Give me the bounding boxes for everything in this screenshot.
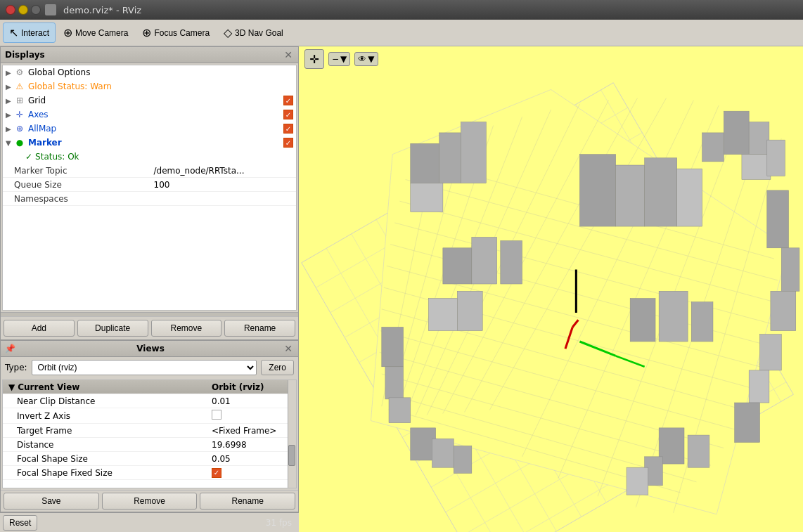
allmap-checkbox[interactable] [283,124,293,134]
svg-rect-74 [385,367,404,399]
svg-rect-81 [472,237,497,284]
svg-rect-94 [691,302,713,342]
fps-label: 31 fps [262,516,296,530]
current-view-table: ▼ Current View Orbit (rviz) Near Clip Di… [2,379,297,488]
marker-icon: ● [14,137,25,148]
distance-value[interactable]: 19.6998 [209,439,293,450]
marker-status-label: Status: Ok [35,152,79,162]
current-view-expand: ▼ [8,382,15,392]
grid-checkbox[interactable] [283,96,293,105]
invert-z-value[interactable] [209,409,293,422]
remove-view-button[interactable]: Remove [102,493,198,510]
distance-row: Distance 19.6998 [3,438,296,452]
eye-dropdown[interactable]: 👁 ▼ [354,52,378,66]
add-viewport-button[interactable]: ✛ [304,49,324,69]
svg-rect-93 [659,291,688,342]
global-options-label: Global Options [28,67,293,77]
global-status-icon: ⚠ [14,81,25,92]
global-options-item[interactable]: ▶ ⚙ Global Options [3,65,296,79]
allmap-icon: ⊕ [14,123,25,134]
add-icon: ✛ [309,53,319,66]
save-button[interactable]: Save [4,493,99,510]
queue-size-label: Queue Size [14,180,154,190]
axes-item[interactable]: ▶ ✛ Axes [3,108,296,122]
remove-display-button[interactable]: Remove [151,320,222,337]
svg-rect-78 [645,158,677,226]
minus-dropdown[interactable]: − ▼ [328,52,350,66]
marker-status-item[interactable]: ✓ Status: Ok [3,150,296,164]
global-options-icon: ⚙ [14,67,25,78]
app-icon [45,4,56,15]
global-status-label: Global Status: Warn [28,82,293,91]
near-clip-value[interactable]: 0.01 [209,396,293,407]
svg-rect-65 [461,122,486,183]
invert-z-label: Invert Z Axis [14,410,209,422]
axes-checkbox[interactable] [283,110,293,119]
near-clip-label: Near Clip Distance [14,396,209,407]
displays-title: Displays [5,50,45,60]
svg-rect-84 [457,291,482,330]
maximize-button[interactable] [31,5,41,15]
invert-z-row: Invert Z Axis [3,408,296,424]
close-button[interactable] [6,5,15,15]
target-frame-row: Target Frame <Fixed Frame> [3,424,296,438]
current-view-label: Current View [18,382,79,392]
displays-close-button[interactable]: ✕ [283,49,294,60]
allmap-label: AllMap [28,124,283,134]
views-buttons: Save Remove Rename [1,490,298,512]
window-controls[interactable] [6,5,41,15]
type-select[interactable]: Orbit (rviz) [32,360,257,375]
interact-label: Interact [21,28,49,38]
3d-viewport[interactable]: ✛ − ▼ 👁 ▼ ◀ ▶ [299,46,803,532]
type-label: Type: [5,363,27,372]
nav-goal-button[interactable]: ◇ 3D Nav Goal [217,22,290,43]
svg-rect-76 [579,155,615,226]
target-frame-value[interactable]: <Fixed Frame> [209,425,293,436]
grid-item[interactable]: ▶ ⊞ Grid [3,93,296,108]
zero-button[interactable]: Zero [261,360,294,375]
rename-display-button[interactable]: Rename [224,320,295,337]
duplicate-button[interactable]: Duplicate [77,320,148,337]
svg-rect-82 [501,241,522,284]
move-camera-button[interactable]: ⊕ Move Camera [57,22,134,43]
interact-button[interactable]: ↖ Interact [3,22,56,43]
minimize-button[interactable] [18,5,28,15]
invert-z-checkbox[interactable] [212,410,221,420]
svg-rect-67 [767,190,789,248]
allmap-item[interactable]: ▶ ⊕ AllMap [3,122,296,136]
reset-button[interactable]: Reset [3,515,37,531]
scrollbar[interactable] [288,380,296,488]
move-camera-label: Move Camera [75,28,128,38]
move-camera-icon: ⊕ [63,26,72,39]
marker-item[interactable]: ▼ ● Marker [3,136,296,150]
scrollbar-thumb[interactable] [288,445,295,466]
svg-rect-72 [735,403,760,442]
bottom-status-bar: Reset 31 fps [0,512,299,532]
status-checkmark: ✓ [25,152,32,162]
displays-tree: ▶ ⚙ Global Options ▶ ⚠ Global Status: Wa… [2,65,297,311]
marker-topic-value[interactable]: /demo_node/RRTsta... [154,166,294,176]
focus-camera-button[interactable]: ⊕ Focus Camera [136,22,216,43]
svg-rect-88 [627,467,648,495]
marker-checkbox[interactable] [283,138,293,148]
expand-icon: ▼ [6,139,14,147]
svg-rect-71 [749,370,769,403]
rename-view-button[interactable]: Rename [200,493,295,510]
queue-size-value[interactable]: 100 [154,180,294,190]
queue-size-row: Queue Size 100 [3,178,296,192]
titlebar: demo.rviz* - RViz [0,0,803,20]
add-button[interactable]: Add [4,320,75,337]
focal-shape-fixed-checkbox[interactable] [212,468,221,478]
svg-rect-83 [428,298,457,330]
grid-label: Grid [28,96,283,105]
namespaces-row: Namespaces [3,192,296,206]
displays-panel: Displays ✕ ▶ ⚙ Global Options ▶ ⚠ Global… [0,46,299,340]
views-close-button[interactable]: ✕ [283,343,294,354]
focal-shape-size-value[interactable]: 0.05 [209,453,293,465]
svg-rect-60 [742,155,771,180]
expand-icon: ▶ [6,111,14,119]
focal-shape-size-row: Focal Shape Size 0.05 [3,452,296,466]
global-status-item[interactable]: ▶ ⚠ Global Status: Warn [3,79,296,93]
focal-shape-fixed-value[interactable] [209,467,293,479]
svg-rect-68 [781,248,799,291]
